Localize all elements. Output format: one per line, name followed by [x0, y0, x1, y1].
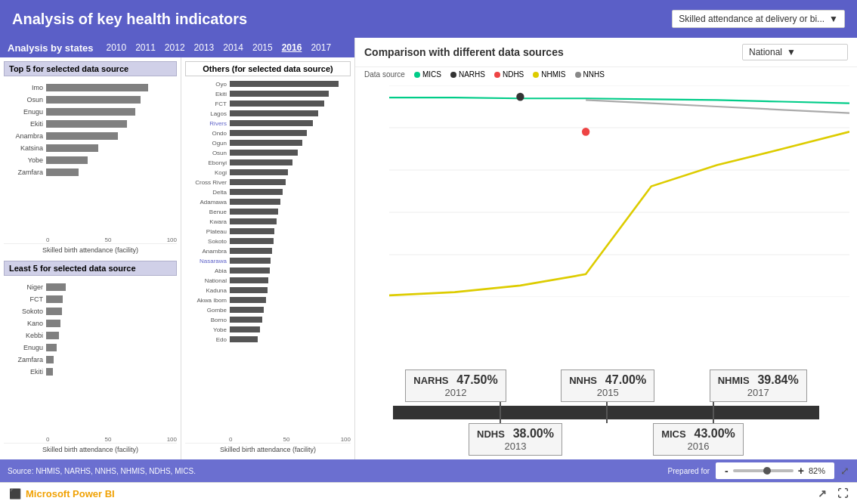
- bar-track: [46, 295, 177, 303]
- bar-track: [46, 320, 177, 327]
- bar-label: Delta: [185, 189, 227, 196]
- list-item: Katsina: [4, 143, 177, 153]
- indicator-dropdown-arrow: ▼: [829, 14, 838, 24]
- nhmis-label: NHMIS: [541, 70, 565, 79]
- bar-track: [230, 189, 351, 195]
- legend-narhs: NARHS: [450, 70, 485, 79]
- ndhs-card-year: 2013: [477, 441, 554, 452]
- bar-fill: [46, 356, 54, 363]
- narhs-card-source: NARHS 47.50%: [413, 373, 497, 387]
- bar-track: [46, 96, 177, 104]
- zoom-minus[interactable]: -: [725, 465, 729, 477]
- year-tab-2011[interactable]: 2011: [134, 42, 157, 54]
- bar-fill: [46, 108, 135, 116]
- bar-fill: [230, 209, 278, 215]
- bar-fill: [230, 248, 272, 254]
- bar-label: Zamfara: [4, 169, 43, 176]
- year-tab-2016[interactable]: 2016: [280, 42, 304, 54]
- mics-dot: [414, 72, 420, 78]
- expand-icon[interactable]: ⤢: [840, 465, 849, 477]
- list-item: Ekiti: [4, 366, 177, 377]
- bar-label: Ekiti: [4, 120, 43, 128]
- legend-ndhs: NDHS: [494, 70, 524, 79]
- list-item: Kogi: [185, 168, 351, 177]
- source-text: Source: NHMIS, NARHS, NNHS, NHMIS, NDHS,…: [8, 467, 196, 475]
- list-item: Gombe: [185, 305, 351, 314]
- bar-fill: [230, 307, 264, 313]
- list-item: Ondo: [185, 128, 351, 138]
- powerbi-label[interactable]: Microsoft Power BI: [26, 488, 115, 499]
- fullscreen-icon[interactable]: ⛶: [837, 487, 848, 499]
- bar-label: Abia: [185, 267, 227, 274]
- bar-fill: [230, 199, 280, 205]
- narhs-dot: [450, 72, 456, 78]
- line-chart-area: 50 40 30 20 10 0 2010 2011 2012 2013 201…: [355, 82, 857, 366]
- bar-fill: [230, 120, 313, 126]
- year-tab-2014[interactable]: 2014: [221, 42, 245, 54]
- nhmis-card-year: 2017: [718, 387, 799, 398]
- national-dropdown[interactable]: National ▼: [742, 44, 848, 60]
- bar-fill: [230, 179, 286, 185]
- list-item: Osun: [185, 148, 351, 157]
- year-tab-2015[interactable]: 2015: [251, 42, 274, 54]
- year-tab-2012[interactable]: 2012: [163, 42, 187, 54]
- bar-track: [46, 169, 177, 176]
- bar-fill: [230, 297, 266, 303]
- list-item: Ebonyi: [185, 158, 351, 167]
- bar-label: Kano: [4, 320, 43, 327]
- national-label: National: [749, 47, 782, 57]
- bar-fill: [46, 96, 141, 104]
- list-item: Sokoto: [4, 306, 177, 317]
- bar-fill: [230, 140, 302, 146]
- analysis-header: Analysis by states 2010 2011 2012 2013 2…: [0, 38, 354, 57]
- top5-footer: Skilled birth attendance (facility): [4, 243, 177, 256]
- zoom-pct: 82%: [809, 466, 825, 475]
- bar-label: Niger: [4, 283, 43, 291]
- bar-fill: [230, 267, 270, 274]
- bar-fill: [46, 84, 148, 91]
- ndhs-card: NDHS 38.00% 2013: [469, 423, 562, 456]
- svg-point-21: [582, 128, 589, 136]
- share-icon[interactable]: ↗: [818, 487, 827, 499]
- bar-track: [46, 308, 177, 315]
- footer-bar: Source: NHMIS, NARHS, NNHS, NHMIS, NDHS,…: [0, 459, 857, 482]
- zoom-slider[interactable]: [733, 469, 794, 472]
- bar-fill: [46, 169, 79, 176]
- nhmis-card: NHMIS 39.84% 2017: [710, 369, 807, 402]
- list-item: Yobe: [4, 155, 177, 165]
- top5-label: Top 5 for selected data source: [4, 61, 177, 76]
- list-item: Zamfara: [4, 167, 177, 178]
- bar-track: [230, 169, 351, 175]
- narhs-card-year: 2012: [413, 387, 497, 398]
- least5-chart: Niger FCT Sokoto Kano Kebbi Enugu Zamfar…: [4, 279, 177, 434]
- legend-mics: MICS: [414, 70, 441, 79]
- year-tab-2013[interactable]: 2013: [193, 42, 216, 54]
- zoom-controls: - + 82%: [716, 462, 834, 479]
- bar-fill: [46, 295, 63, 303]
- zoom-plus[interactable]: +: [798, 465, 804, 477]
- list-item: Enugu: [4, 342, 177, 353]
- mics-card-year: 2016: [661, 441, 735, 452]
- year-tab-2017[interactable]: 2017: [309, 42, 333, 54]
- bar-track: [230, 267, 351, 274]
- list-item: Ekiti: [4, 119, 177, 129]
- indicator-dropdown[interactable]: Skilled attendance at delivery or bi... …: [672, 10, 845, 28]
- mics-label: MICS: [422, 70, 441, 79]
- list-item: Osun: [4, 94, 177, 105]
- bar-track: [230, 199, 351, 205]
- bar-track: [230, 297, 351, 303]
- year-tab-2010[interactable]: 2010: [104, 42, 128, 54]
- bar-label: Yobe: [185, 326, 227, 333]
- list-item: Enugu: [4, 107, 177, 117]
- list-item: Anambra: [4, 131, 177, 141]
- bar-label: Anambra: [4, 132, 43, 140]
- bar-fill: [230, 81, 339, 87]
- bar-track: [230, 110, 351, 116]
- others-footer: Skilled birth attendance (facility): [185, 443, 351, 456]
- bar-label: Sokoto: [185, 238, 227, 245]
- bar-fill: [230, 110, 318, 116]
- bar-label: Sokoto: [4, 308, 43, 315]
- bar-label: Enugu: [4, 344, 43, 351]
- bar-fill: [46, 368, 53, 376]
- list-item: FCT: [4, 294, 177, 305]
